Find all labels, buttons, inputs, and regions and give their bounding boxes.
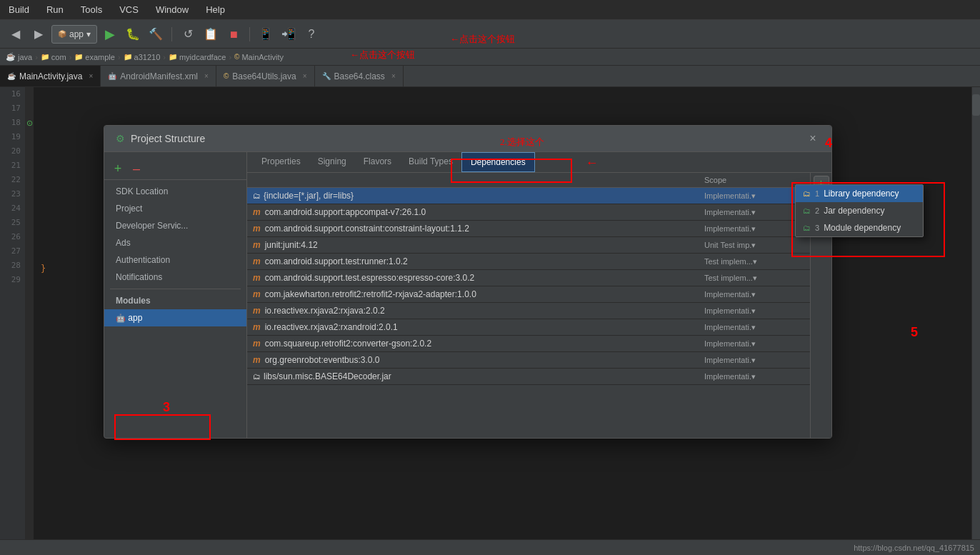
nav-notifications[interactable]: Notifications [104, 269, 246, 286]
tab-base64utils[interactable]: © Base64Utils.java × [216, 66, 315, 86]
help-button[interactable]: ? [301, 24, 321, 44]
tab-mainactivity[interactable]: ☕ MainActivity.java × [0, 66, 101, 86]
nav-developer-services[interactable]: Developer Servic... [104, 217, 246, 234]
menu-build[interactable]: Build [6, 3, 32, 16]
line-26: 26 [0, 230, 25, 244]
dep-header-name [253, 176, 704, 184]
dropdown-jar-dep[interactable]: 🗂 2 Jar dependency [796, 202, 923, 219]
tab-androidmanifest[interactable]: 🤖 AndroidManifest.xml × [101, 66, 216, 86]
line-18: 18 [0, 116, 25, 130]
close-base64class-icon[interactable]: × [391, 72, 396, 80]
tab-signing[interactable]: Signing [309, 152, 355, 172]
menu-run[interactable]: Run [44, 3, 66, 16]
menu-help[interactable]: Help [203, 3, 228, 16]
stop-button[interactable]: ⏹ [224, 24, 244, 44]
dependency-type-dropdown: 🗂 1 Library dependency 🗂 2 Jar dependenc… [795, 184, 924, 237]
nav-app[interactable]: 🤖 app [104, 309, 246, 326]
menu-bar: Build Run Tools VCS Window Help [0, 0, 980, 20]
dep-row-1[interactable]: m com.android.support:appcompat-v7:26.1.… [247, 204, 810, 221]
nav-sdk-location[interactable]: SDK Location [104, 183, 246, 200]
line-29: 29 [0, 273, 25, 287]
dep-row-6[interactable]: m com.jakewharton.retrofit2:retrofit2-rx… [247, 286, 810, 303]
dep-row-4[interactable]: m com.android.support.test:runner:1.0.2 … [247, 254, 810, 270]
build-button[interactable]: 🔨 [146, 24, 166, 44]
menu-vcs[interactable]: VCS [116, 3, 141, 16]
dep-scope-6: Implementati.▾ [704, 290, 804, 299]
toolbar: ◀ ▶ 📦 app ▾ ▶ 🐛 🔨 ↺ 📋 ⏹ 📱 📲 ? ←点击这个按钮 [0, 20, 980, 49]
dep-name-5: com.android.support.test.espresso:espres… [265, 273, 474, 283]
dep-row-5[interactable]: m com.android.support.test.espresso:espr… [247, 270, 810, 286]
nav-project[interactable]: Project [104, 200, 246, 217]
close-base64utils-icon[interactable]: × [303, 72, 307, 80]
debug-button[interactable]: 🐛 [123, 24, 143, 44]
dep-row-2[interactable]: m com.android.support.constraint:constra… [247, 221, 810, 237]
dep-row-0[interactable]: 🗂 {include=[*.jar], dir=libs} Implementa… [247, 188, 810, 204]
dep-name-2: com.android.support.constraint:constrain… [265, 224, 469, 234]
separator-1 [171, 27, 172, 41]
dep-scope-2: Implementati.▾ [704, 224, 804, 234]
dep-scope-9: Implementati.▾ [704, 339, 804, 349]
run-button[interactable]: ▶ [100, 24, 120, 44]
mod-dep-icon: 🗂 [803, 224, 811, 232]
dep-row-10[interactable]: m org.greenrobot:eventbus:3.0.0 Implemen… [247, 352, 810, 369]
dropdown-num-2: 2 [815, 206, 819, 215]
m-icon-9: m [253, 339, 261, 349]
dependencies-table: Scope 🗂 {include=[*.jar], dir=libs} Impl… [247, 173, 810, 438]
menu-tools[interactable]: Tools [78, 3, 105, 16]
project-structure-dialog: ⚙ Project Structure × + – SDK Location P… [104, 125, 832, 439]
dep-name-10: org.greenrobot:eventbus:3.0.0 [265, 355, 380, 365]
breadcrumb-myidcardface[interactable]: 📁 myidcardface [169, 53, 226, 61]
tab-properties[interactable]: Properties [253, 152, 309, 172]
sdk-button[interactable]: 📋 [201, 24, 221, 44]
dep-scope-10: Implementati.▾ [704, 356, 804, 365]
dep-name-8: io.reactivex.rxjava2:rxandroid:2.0.1 [265, 322, 398, 332]
avd-button[interactable]: 📲 [279, 24, 299, 44]
m-icon-5: m [253, 273, 261, 283]
menu-window[interactable]: Window [153, 3, 191, 16]
nav-authentication[interactable]: Authentication [104, 251, 246, 269]
nav-ads[interactable]: Ads [104, 234, 246, 251]
dep-row-7[interactable]: m io.reactivex.rxjava2:rxjava:2.0.2 Impl… [247, 303, 810, 319]
app-selector[interactable]: 📦 app ▾ [51, 25, 97, 44]
dep-table-header: Scope [247, 173, 810, 188]
sync-button[interactable]: ↺ [178, 24, 198, 44]
dialog-title-bar: ⚙ Project Structure × [104, 126, 831, 152]
m-icon-10: m [253, 355, 261, 365]
dep-scope-4: Test implem...▾ [704, 257, 804, 266]
forward-button[interactable]: ▶ [29, 24, 49, 44]
dep-row-8[interactable]: m io.reactivex.rxjava2:rxandroid:2.0.1 I… [247, 319, 810, 336]
breadcrumb-example[interactable]: 📁 example [74, 53, 115, 61]
tab-build-types[interactable]: Build Types [400, 152, 461, 172]
dep-scope-0: Implementati.▾ [704, 191, 804, 201]
scroll-thumb[interactable] [972, 94, 980, 116]
dropdown-arrow: ▾ [86, 29, 91, 39]
close-androidmanifest-icon[interactable]: × [204, 72, 209, 80]
right-scrollbar[interactable] [971, 87, 980, 539]
dialog-nav-panel: + – SDK Location Project Developer Servi… [104, 152, 247, 438]
gutter-area: ⊙ [25, 87, 34, 539]
tab-flavors[interactable]: Flavors [355, 152, 400, 172]
m-icon-2: m [253, 224, 261, 234]
back-button[interactable]: ◀ [6, 24, 26, 44]
breadcrumb-com[interactable]: 📁 com [41, 53, 66, 61]
dep-scope-8: Implementati.▾ [704, 323, 804, 332]
dropdown-jar-dep-label: Jar dependency [824, 206, 884, 216]
dep-row-9[interactable]: m com.squareup.retrofit2:converter-gson:… [247, 336, 810, 352]
dep-row-3[interactable]: m junit:junit:4.12 Unit Test imp.▾ [247, 237, 810, 254]
breadcrumb-a31210[interactable]: 📁 a31210 [124, 53, 161, 61]
close-mainactivity-icon[interactable]: × [89, 72, 93, 80]
line-23: 23 [0, 187, 25, 201]
dialog-body: + – SDK Location Project Developer Servi… [104, 152, 831, 438]
line-20: 20 [0, 144, 25, 159]
dropdown-module-dep[interactable]: 🗂 3 Module dependency [796, 219, 923, 236]
tab-dependencies[interactable]: Dependencies [461, 152, 535, 172]
tab-base64class[interactable]: 🔧 Base64.class × [315, 66, 404, 86]
breadcrumb-java[interactable]: ☕ java [6, 52, 32, 61]
dep-row-11[interactable]: 🗂 libs/sun.misc.BASE64Decoder.jar Implem… [247, 369, 810, 385]
dialog-close-button[interactable]: × [806, 131, 820, 146]
add-module-button[interactable]: + [110, 161, 126, 176]
breadcrumb-mainactivity[interactable]: © MainActivity [234, 53, 284, 61]
dropdown-library-dep[interactable]: 🗂 1 Library dependency [796, 185, 923, 202]
device-manager[interactable]: 📱 [256, 24, 276, 44]
remove-module-button[interactable]: – [129, 161, 144, 176]
